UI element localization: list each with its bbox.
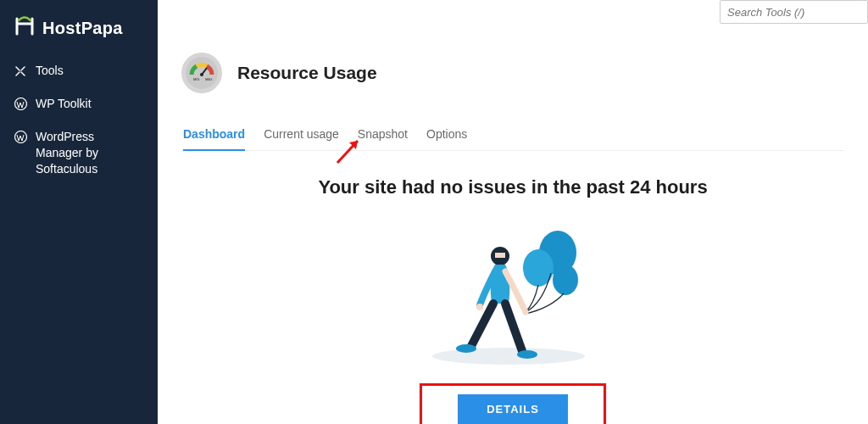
sidebar-item-label: WP Toolkit <box>36 96 92 112</box>
svg-point-10 <box>553 265 578 295</box>
brand-logo-icon <box>14 15 36 41</box>
sidebar-item-wp-manager[interactable]: WordPress Manager by Softaculous <box>10 122 147 184</box>
annotation-arrow-icon <box>332 134 366 168</box>
page-header: MIN MAX Resource Usage <box>181 53 844 93</box>
tab-current-usage[interactable]: Current usage <box>264 122 339 150</box>
content: MIN MAX Resource Usage Dashboard Current… <box>158 0 868 424</box>
brand-name: HostPapa <box>42 19 123 38</box>
search-input[interactable] <box>720 0 868 24</box>
svg-point-13 <box>476 304 483 310</box>
svg-point-14 <box>456 344 476 353</box>
svg-point-4 <box>200 73 203 76</box>
brand: HostPapa <box>10 15 147 56</box>
tab-label: Dashboard <box>183 127 245 141</box>
details-button[interactable]: DETAILS <box>458 394 568 424</box>
tools-icon <box>14 64 27 78</box>
main-content: MIN MAX Resource Usage Dashboard Current… <box>158 0 868 424</box>
svg-point-15 <box>517 350 537 359</box>
status-headline: Your site had no issues in the past 24 h… <box>181 176 844 198</box>
tab-options[interactable]: Options <box>426 122 467 150</box>
tab-dashboard[interactable]: Dashboard <box>183 122 245 151</box>
celebration-illustration-icon <box>424 219 602 371</box>
sidebar-nav: Tools WP Toolkit WordPress Manager by So… <box>10 56 147 183</box>
sidebar-item-wp-toolkit[interactable]: WP Toolkit <box>10 89 147 119</box>
search-container <box>720 0 868 24</box>
wordpress-icon <box>14 98 27 111</box>
sidebar: HostPapa Tools WP Toolkit WordPress Mana… <box>0 0 158 424</box>
gauge-icon: MIN MAX <box>181 53 222 93</box>
wordpress-icon <box>14 131 27 144</box>
sidebar-item-label: WordPress Manager by Softaculous <box>36 129 144 177</box>
svg-text:MIN: MIN <box>193 77 199 81</box>
tab-label: Options <box>426 127 467 141</box>
sidebar-item-label: Tools <box>36 63 64 79</box>
svg-rect-12 <box>495 253 505 258</box>
dashboard-panel: Your site had no issues in the past 24 h… <box>181 151 844 424</box>
sidebar-item-tools[interactable]: Tools <box>10 56 147 86</box>
svg-point-7 <box>432 348 585 365</box>
page-title: Resource Usage <box>237 63 377 83</box>
tabs: Dashboard Current usage Snapshot Options <box>181 122 844 151</box>
svg-text:MAX: MAX <box>205 77 213 81</box>
details-highlight-box: DETAILS <box>420 383 606 424</box>
tab-label: Current usage <box>264 127 339 141</box>
